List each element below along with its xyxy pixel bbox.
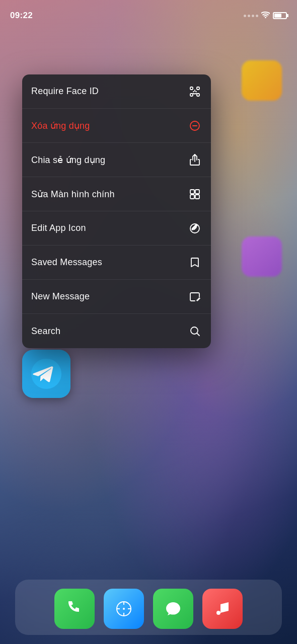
signal-dot-2 <box>248 15 250 17</box>
svg-rect-1 <box>197 87 199 90</box>
svg-rect-10 <box>195 195 199 199</box>
menu-label-new-message: New Message <box>31 291 90 302</box>
svg-rect-2 <box>190 94 193 96</box>
context-menu: Require Face ID Xóa ứng dụng Chia sẻ ứng… <box>22 74 211 348</box>
status-right <box>244 12 287 20</box>
menu-item-require-face-id[interactable]: Require Face ID <box>22 74 211 109</box>
svg-rect-7 <box>190 190 194 194</box>
menu-label-saved-messages: Saved Messages <box>31 257 102 268</box>
edit-icon <box>188 221 202 235</box>
menu-item-chia-se[interactable]: Chia sẻ ứng dụng <box>22 143 211 177</box>
search-icon <box>188 324 202 338</box>
compose-icon <box>188 290 202 304</box>
safari-icon <box>114 599 134 619</box>
phone-icon <box>64 599 85 619</box>
battery-icon <box>273 12 287 19</box>
bookmark-icon <box>188 256 202 270</box>
app-icon-telegram[interactable] <box>22 350 70 398</box>
svg-rect-9 <box>190 195 194 199</box>
dock-icon-messages[interactable] <box>153 589 193 629</box>
share-icon <box>188 153 202 167</box>
signal-dot-4 <box>256 15 258 17</box>
menu-item-new-message[interactable]: New Message <box>22 280 211 314</box>
svg-rect-3 <box>197 94 199 96</box>
menu-label-sua-man-hinh: Sửa Màn hình chính <box>31 189 115 200</box>
signal-dots <box>244 15 258 17</box>
dock-icon-safari[interactable] <box>104 589 144 629</box>
status-bar: 09:22 <box>0 0 297 25</box>
menu-item-xoa-ung-dung[interactable]: Xóa ứng dụng <box>22 109 211 143</box>
signal-dot-1 <box>244 15 246 17</box>
bg-icon-purple <box>242 236 282 277</box>
dock-icon-music[interactable] <box>202 589 243 629</box>
dock <box>0 589 297 629</box>
telegram-logo <box>31 359 61 389</box>
menu-label-chia-se: Chia sẻ ứng dụng <box>31 154 105 166</box>
menu-label-xoa-ung-dung: Xóa ứng dụng <box>31 120 90 131</box>
dock-icon-phone[interactable] <box>54 589 95 629</box>
music-icon <box>212 599 233 619</box>
menu-label-search: Search <box>31 326 60 337</box>
telegram-icon-bg <box>22 350 70 398</box>
svg-point-15 <box>123 608 125 610</box>
svg-rect-8 <box>195 190 199 194</box>
face-id-icon <box>188 85 202 99</box>
menu-label-edit-app-icon: Edit App Icon <box>31 223 86 233</box>
menu-item-saved-messages[interactable]: Saved Messages <box>22 246 211 280</box>
wifi-icon <box>261 12 270 20</box>
bg-icon-orange <box>242 60 282 101</box>
signal-dot-3 <box>252 15 254 17</box>
battery-level <box>274 14 281 18</box>
svg-line-13 <box>197 334 200 336</box>
minus-circle-icon <box>188 119 202 133</box>
menu-label-require-face-id: Require Face ID <box>31 86 99 97</box>
svg-rect-0 <box>190 87 193 90</box>
menu-item-edit-app-icon[interactable]: Edit App Icon <box>22 211 211 246</box>
home-screen-icon <box>188 187 202 201</box>
menu-item-search[interactable]: Search <box>22 314 211 348</box>
status-time: 09:22 <box>10 11 33 21</box>
messages-icon <box>163 599 183 619</box>
menu-item-sua-man-hinh[interactable]: Sửa Màn hình chính <box>22 177 211 211</box>
